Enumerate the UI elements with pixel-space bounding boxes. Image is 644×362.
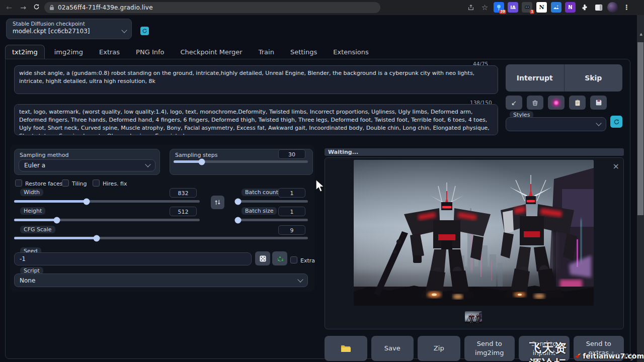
slider-handle[interactable] (199, 158, 205, 165)
cfg-scale-label: CFG Scale (20, 226, 55, 233)
send-to-img2img-button[interactable]: Send to img2img (464, 336, 515, 361)
open-folder-button[interactable] (325, 336, 367, 361)
swap-dimensions-button[interactable] (211, 196, 224, 209)
bookmark-star-icon[interactable]: ☆ (479, 2, 490, 13)
styles-select[interactable] (506, 117, 606, 131)
save-style-button[interactable] (590, 96, 607, 110)
tab-extensions[interactable]: Extensions (327, 45, 375, 59)
save-button[interactable]: Save (371, 336, 414, 361)
tab-extras[interactable]: Extras (93, 45, 126, 59)
cfg-scale-value[interactable]: 9 (278, 225, 305, 235)
reload-icon[interactable] (31, 3, 41, 13)
checkpoint-refresh-button[interactable] (140, 27, 149, 35)
interrupt-button[interactable]: Interrupt (506, 64, 565, 92)
checkbox-icon[interactable] (290, 256, 297, 263)
reuse-seed-button[interactable] (272, 251, 287, 265)
restore-faces-toggle[interactable]: Restore faces (15, 178, 62, 188)
height-value[interactable]: 512 (170, 207, 197, 216)
run-button-group: Interrupt Skip (506, 64, 622, 92)
zip-button[interactable]: Zip (418, 336, 460, 361)
batch-count-slider[interactable] (235, 200, 308, 203)
screen: ← → 02a56ff4-71ff-439e.gradio.live ☆ 20 … (0, 0, 644, 362)
random-seed-button[interactable] (255, 251, 270, 265)
styles-refresh-button[interactable] (610, 116, 622, 128)
checkbox-icon[interactable] (62, 179, 69, 187)
refresh-icon (142, 28, 147, 34)
extension-row: ☆ 20 IA 1 N N ⋮ (465, 2, 632, 13)
extensions-puzzle-icon[interactable] (579, 2, 590, 13)
negative-prompt-input[interactable]: text, logo, watermark, (worst quality, l… (14, 104, 498, 135)
batch-count-label: Batch count (242, 189, 282, 196)
dice-icon (259, 255, 267, 262)
forward-icon[interactable]: → (18, 3, 28, 13)
batch-size-slider[interactable] (235, 219, 308, 221)
width-slider[interactable] (14, 200, 200, 203)
tiling-toggle[interactable]: Tiling (62, 178, 87, 188)
batch-count-value[interactable]: 1 (278, 188, 305, 198)
scrollbar-up-arrow[interactable]: ▲ (640, 32, 642, 36)
chevron-down-icon (596, 120, 601, 126)
arrow-down-left-icon: ↙ (511, 99, 517, 107)
script-select[interactable]: None (14, 274, 308, 287)
tab-settings[interactable]: Settings (284, 45, 324, 59)
slider-handle[interactable] (53, 217, 60, 223)
profile-avatar[interactable] (607, 2, 618, 13)
width-label: Width (20, 189, 43, 196)
checkpoint-block: Stable Diffusion checkpoint model.ckpt [… (6, 19, 132, 39)
ext-onenote-icon[interactable]: N (565, 2, 576, 13)
url-bar[interactable]: 02a56ff4-71ff-439e.gradio.live (44, 2, 380, 13)
tab-txt2img[interactable]: txt2img (5, 45, 45, 59)
slider-handle[interactable] (93, 235, 100, 241)
ext-chat-icon[interactable]: 1 (522, 2, 532, 13)
gallery-thumbnail[interactable] (465, 311, 482, 323)
ext-notion-icon[interactable]: N (536, 2, 547, 13)
lock-icon (49, 5, 54, 11)
tab-png-info[interactable]: PNG Info (129, 45, 171, 59)
tab-img2img[interactable]: img2img (48, 45, 90, 59)
slider-handle[interactable] (83, 198, 90, 205)
slider-handle[interactable] (234, 198, 241, 205)
seed-input[interactable] (14, 252, 252, 265)
generated-image[interactable] (354, 160, 594, 306)
scrollbar-thumb[interactable] (637, 42, 643, 215)
tab-bar: txt2img img2img Extras PNG Info Checkpoi… (5, 45, 375, 59)
width-value[interactable]: 832 (170, 188, 197, 198)
share-icon[interactable] (465, 2, 476, 13)
checkpoint-label: Stable Diffusion checkpoint (7, 19, 131, 27)
checkbox-icon[interactable] (93, 179, 100, 187)
extra-networks-button[interactable] (548, 96, 565, 110)
back-icon[interactable]: ← (4, 3, 14, 13)
sampling-method-label: Sampling method (20, 151, 72, 159)
ext-image-icon[interactable] (551, 2, 561, 13)
checkpoint-select[interactable]: model.ckpt [cc6cb27103] (7, 27, 131, 35)
extra-seed-toggle[interactable]: Extra (290, 255, 315, 264)
side-panel-icon[interactable] (593, 2, 604, 13)
prompt-input[interactable]: wide shot angle, a (gundam:0.8) robot st… (14, 65, 498, 94)
cfg-scale-slider[interactable] (14, 237, 308, 239)
batch-size-value[interactable]: 1 (278, 207, 305, 216)
kebab-menu-icon[interactable]: ⋮ (621, 2, 632, 13)
ext-chat-badge: 1 (530, 10, 534, 14)
gallery-close-icon[interactable]: × (613, 163, 619, 170)
skip-button[interactable]: Skip (565, 64, 623, 92)
clipboard-icon (574, 99, 581, 107)
slider-handle[interactable] (234, 217, 241, 223)
sampling-method-block: Sampling method Euler a (14, 149, 160, 175)
tab-train[interactable]: Train (252, 45, 281, 59)
folder-icon (341, 344, 351, 352)
floppy-disk-icon (595, 99, 602, 106)
progress-text: Waiting... (325, 149, 358, 155)
tab-checkpoint-merger[interactable]: Checkpoint Merger (174, 45, 249, 59)
checkbox-icon[interactable] (15, 179, 22, 187)
height-label: Height (20, 207, 45, 215)
sampling-steps-slider[interactable] (174, 160, 308, 163)
sampling-steps-value[interactable]: 30 (278, 149, 305, 159)
height-slider[interactable] (14, 219, 200, 221)
paste-params-button[interactable]: ↙ (506, 96, 522, 110)
sampling-method-select[interactable]: Euler a (19, 159, 155, 171)
clear-prompt-button[interactable] (527, 96, 543, 110)
apply-style-button[interactable] (569, 96, 586, 110)
ext-ia-icon[interactable]: IA (508, 2, 518, 13)
ext-pin-icon[interactable]: 20 (494, 2, 504, 13)
hires-fix-toggle[interactable]: Hires. fix (93, 178, 127, 188)
